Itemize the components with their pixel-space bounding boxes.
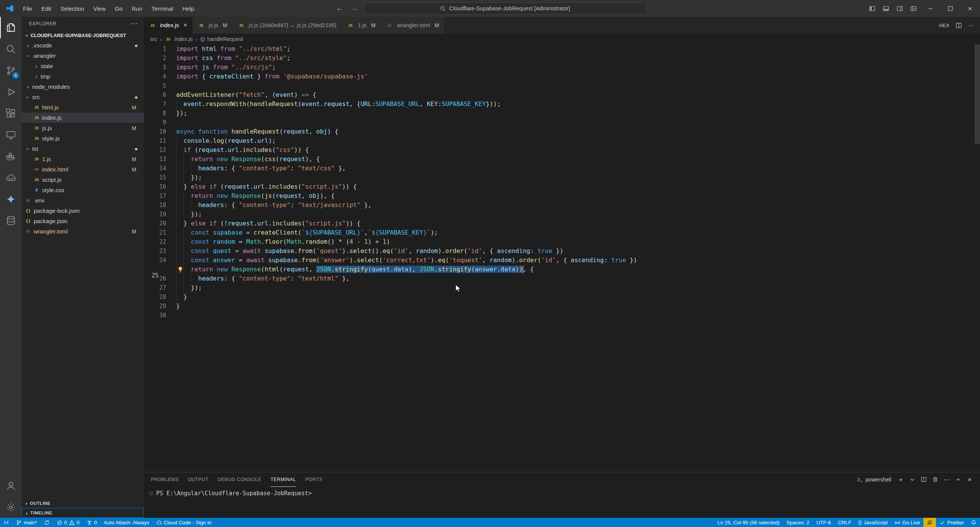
code-line-29[interactable]: 29}: [144, 302, 980, 311]
code-line-12[interactable]: 12if (request.url.includes("css")) {: [144, 145, 980, 155]
code-line-1[interactable]: 1import html from "../src/html";: [144, 44, 980, 54]
minimize-button[interactable]: [920, 0, 940, 17]
code-line-3[interactable]: 3import js from "../src/js";: [144, 63, 980, 72]
status-eol[interactable]: CRLF: [835, 518, 855, 527]
tree-item-vscode[interactable]: ›.vscode●: [21, 40, 144, 51]
plus-button[interactable]: +: [895, 474, 906, 485]
code-line-8[interactable]: 8});: [144, 109, 980, 118]
maximize-button[interactable]: [940, 0, 960, 17]
code-line-25[interactable]: 25return new Response(html(request, JSON…: [144, 265, 980, 274]
status-notifications[interactable]: [967, 518, 980, 527]
code-line-20[interactable]: 20} else if (!request.url.includes("scri…: [144, 219, 980, 228]
activity-explorer[interactable]: [0, 17, 21, 38]
code-line-14[interactable]: 14headers: { "content-type": "text/css" …: [144, 164, 980, 173]
activity-remote-explorer[interactable]: [0, 124, 21, 145]
menu-terminal[interactable]: Terminal: [147, 0, 178, 17]
code-line-4[interactable]: 4import { createClient } from '@supabase…: [144, 72, 980, 81]
menu-view[interactable]: View: [89, 0, 110, 17]
hex-action[interactable]: HEX: [936, 17, 952, 34]
tree-item-html-js[interactable]: JShtml.jsM: [21, 102, 144, 113]
menu-help[interactable]: Help: [178, 0, 199, 17]
status-cloud-code[interactable]: Cloud Code - Sign in: [153, 518, 215, 527]
more-button[interactable]: ⋯: [941, 474, 952, 485]
status-ports[interactable]: 0: [83, 518, 101, 527]
tree-item-env[interactable]: .env: [21, 195, 144, 206]
tree-item-script-js[interactable]: JSscript.js: [21, 175, 144, 185]
status-problems[interactable]: 00: [53, 518, 83, 527]
split-editor-button[interactable]: [918, 474, 929, 485]
activity-search[interactable]: [0, 38, 21, 60]
activity-settings[interactable]: [0, 496, 21, 518]
section-outline[interactable]: ›OUTLINE: [21, 498, 144, 508]
status-remote[interactable]: [0, 518, 13, 527]
code-line-30[interactable]: 30: [144, 311, 980, 320]
code-line-15[interactable]: 15});: [144, 173, 980, 182]
chevron-up-button[interactable]: [952, 474, 964, 485]
menu-run[interactable]: Run: [127, 0, 147, 17]
status-sync[interactable]: [41, 518, 53, 527]
code-line-7[interactable]: 7event.respondWith(handleRequest(event.r…: [144, 100, 980, 109]
code-line-6[interactable]: 6addEventListener("fetch", (event) => {: [144, 90, 980, 100]
tab-index-js[interactable]: JSindex.js×: [144, 17, 193, 34]
code-line-17[interactable]: 17return new Response(js(request, obj), …: [144, 191, 980, 201]
tree-item-src[interactable]: ›src●: [21, 92, 144, 102]
code-line-22[interactable]: 22const random = Math.floor(Math.random(…: [144, 237, 980, 246]
tree-item-package-lock-json[interactable]: {}package-lock.json: [21, 206, 144, 216]
code-line-26[interactable]: 26headers: { "content-type": "text/html"…: [144, 274, 980, 283]
code-line-2[interactable]: 2import css from "../src/style";: [144, 54, 980, 63]
forward-arrow-icon[interactable]: →: [349, 4, 360, 13]
status-cursor-position[interactable]: Ln 25, Col 95 (56 selected): [714, 518, 783, 527]
panel-tab-terminal[interactable]: TERMINAL: [271, 472, 296, 487]
status-go-live[interactable]: Go Live: [891, 518, 924, 527]
terminal-view[interactable]: PS E:\Angular\Cloudflare-Supabase-JobReq…: [144, 487, 980, 518]
tab-1-js[interactable]: JS1.jsM: [342, 17, 381, 34]
code-line-19[interactable]: 19});: [144, 210, 980, 219]
back-arrow-icon[interactable]: ←: [334, 4, 345, 13]
code-line-11[interactable]: 11console.log(request.url);: [144, 136, 980, 145]
status-language-mode[interactable]: {}JavaScript: [855, 518, 891, 527]
activity-containers[interactable]: [0, 145, 21, 167]
layout-custom-button[interactable]: [906, 0, 920, 17]
more-action[interactable]: ⋯: [965, 17, 976, 34]
status-auto-attach[interactable]: Auto Attach: Always: [100, 518, 153, 527]
tree-item-index-js[interactable]: JSindex.js: [21, 113, 144, 123]
panel-tab-problems[interactable]: PROBLEMS: [151, 472, 179, 487]
tree-item-node-modules[interactable]: ›node_modules: [21, 82, 144, 92]
status-prettier[interactable]: Prettier: [936, 518, 967, 527]
scrollbar-thumb[interactable]: [975, 44, 980, 144]
breadcrumb-handlerequest[interactable]: handleRequest: [200, 36, 243, 42]
tree-item-wrangler[interactable]: ›.wrangler: [21, 51, 144, 61]
tree-item-package-json[interactable]: {}package.json: [21, 216, 144, 226]
breadcrumb-src[interactable]: src: [150, 36, 157, 42]
menu-selection[interactable]: Selection: [56, 0, 89, 17]
lightbulb-icon[interactable]: [177, 266, 184, 273]
tree-item-style-css[interactable]: #style.css: [21, 185, 144, 195]
activity-account[interactable]: [0, 475, 21, 496]
activity-storage[interactable]: [0, 210, 21, 231]
tab-wrangler-toml[interactable]: wrangler.tomlM: [381, 17, 444, 34]
code-line-21[interactable]: 21const supabase = createClient(`${SUPAB…: [144, 228, 980, 237]
status-encoding[interactable]: UTF-8: [813, 518, 834, 527]
layout-sidebar-button[interactable]: [865, 0, 879, 17]
split-editor-action[interactable]: [952, 17, 965, 34]
status-indentation[interactable]: Spaces: 2: [783, 518, 813, 527]
trash-button[interactable]: [929, 474, 941, 485]
code-editor[interactable]: 1import html from "../src/html";2import …: [144, 44, 980, 472]
panel-tab-debug-console[interactable]: DEBUG CONSOLE: [217, 472, 261, 487]
tree-item-js-js[interactable]: JSjs.jsM: [21, 123, 144, 133]
code-line-27[interactable]: 27});: [144, 283, 980, 292]
tab-js-js-2d40e847-js-js-29ed2195[interactable]: JSjs.js (2d40e847) ↔ js.js (29ed2195): [233, 17, 342, 34]
menu-edit[interactable]: Edit: [37, 0, 56, 17]
panel-tab-ports[interactable]: PORTS: [305, 472, 322, 487]
activity-gemini[interactable]: [0, 188, 21, 210]
activity-extensions[interactable]: [0, 103, 21, 124]
tree-item-index-html[interactable]: <>index.htmlM: [21, 164, 144, 175]
terminal-prompt-line[interactable]: PS E:\Angular\Cloudflare-Supabase-JobReq…: [149, 490, 980, 497]
tab-js-js[interactable]: JSjs.jsM: [193, 17, 233, 34]
more-actions-icon[interactable]: ⋯: [131, 20, 138, 27]
command-center[interactable]: Cloudflare-Supabase-JobRequest [Administ…: [364, 2, 646, 15]
code-line-23[interactable]: 23const quest = await supabase.from('que…: [144, 246, 980, 256]
menu-go[interactable]: Go: [110, 0, 127, 17]
tree-item-style-js[interactable]: JSstyle.js: [21, 133, 144, 144]
code-line-13[interactable]: 13return new Response(css(request), {: [144, 155, 980, 164]
